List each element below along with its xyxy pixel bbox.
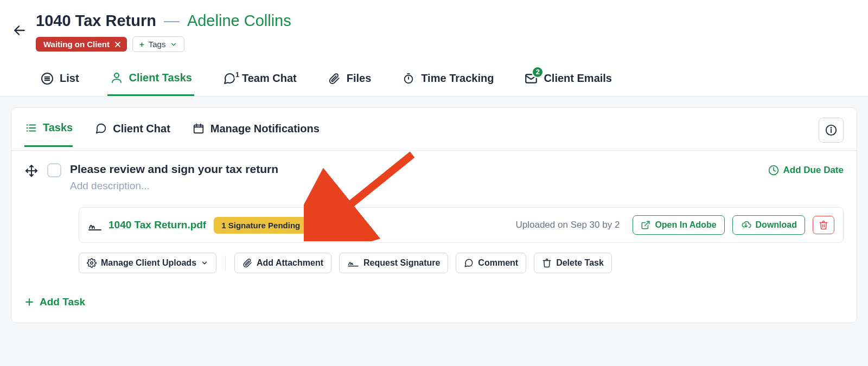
plus-icon <box>24 297 34 307</box>
add-due-date-button[interactable]: Add Due Date <box>768 165 844 176</box>
subtab-tasks[interactable]: Tasks <box>24 121 73 147</box>
main-tabs: List Client Tasks 1 Team Chat Files <box>36 67 857 96</box>
request-signature-button[interactable]: Request Signature <box>339 253 448 273</box>
comment-button[interactable]: Comment <box>456 253 526 273</box>
subtab-manage-notifications[interactable]: Manage Notifications <box>192 121 320 147</box>
delete-attachment-button[interactable] <box>813 216 834 234</box>
tab-files[interactable]: Files <box>325 68 374 95</box>
external-link-icon <box>641 220 650 230</box>
calendar-icon <box>193 123 205 134</box>
status-chip[interactable]: Waiting on Client <box>36 37 127 52</box>
clock-icon <box>768 165 779 176</box>
tab-client-tasks[interactable]: Client Tasks <box>107 67 194 96</box>
task-actions: Manage Client Uploads Add Attachment Req… <box>79 253 844 273</box>
delete-task-button[interactable]: Delete Task <box>534 253 612 273</box>
page-title: 1040 Tax Return <box>36 12 156 30</box>
tab-client-emails[interactable]: 2 Client Emails <box>522 68 614 95</box>
manage-client-uploads-button[interactable]: Manage Client Uploads <box>79 253 216 273</box>
chat-bubble-icon <box>95 123 107 134</box>
subtab-client-chat[interactable]: Client Chat <box>94 121 170 147</box>
chevron-down-icon <box>170 41 177 48</box>
divider <box>225 255 226 271</box>
list-icon <box>41 72 54 85</box>
svg-point-7 <box>114 73 119 78</box>
download-button[interactable]: Download <box>732 215 805 235</box>
arrow-left-icon <box>12 23 27 37</box>
uploaded-text: Uploaded on Sep 30 by 2 <box>516 220 620 230</box>
person-icon <box>110 71 123 84</box>
remove-status-button[interactable] <box>114 41 122 48</box>
info-button[interactable] <box>819 118 844 143</box>
task-list-icon <box>25 122 37 134</box>
signature-icon <box>88 219 102 231</box>
attachment-row: 1040 Tax Return.pdf 1 Signature Pending … <box>79 207 844 243</box>
comment-icon <box>464 258 474 268</box>
add-attachment-button[interactable]: Add Attachment <box>234 253 331 273</box>
tab-list[interactable]: List <box>38 68 81 95</box>
content-area: Tasks Client Chat Manage Notifications <box>0 97 868 334</box>
title-separator: — <box>164 12 180 30</box>
attachment-filename[interactable]: 1040 Tax Return.pdf <box>108 219 206 231</box>
tab-time-tracking[interactable]: Time Tracking <box>399 68 496 95</box>
paperclip-icon <box>328 73 340 85</box>
plus-icon: + <box>139 40 144 49</box>
gear-icon <box>87 258 97 268</box>
client-name-link[interactable]: Adeline Collins <box>187 12 291 30</box>
svg-line-29 <box>645 221 649 226</box>
svg-point-33 <box>91 262 93 265</box>
paperclip-icon <box>242 258 252 268</box>
drag-handle[interactable] <box>24 164 39 178</box>
move-icon <box>25 164 38 177</box>
add-task-button[interactable]: Add Task <box>24 296 85 308</box>
tags-button[interactable]: + Tags <box>132 36 184 52</box>
client-emails-badge: 2 <box>532 66 544 78</box>
status-chip-label: Waiting on Client <box>43 40 110 49</box>
tab-team-chat[interactable]: 1 Team Chat <box>220 68 299 95</box>
task-title[interactable]: Please review and sign your tax return <box>70 163 760 176</box>
tasks-card: Tasks Client Chat Manage Notifications <box>11 107 857 323</box>
back-button[interactable] <box>11 22 28 39</box>
cloud-download-icon <box>741 220 751 230</box>
chevron-down-icon <box>201 259 208 267</box>
open-in-adobe-button[interactable]: Open In Adobe <box>633 215 724 235</box>
task-checkbox[interactable] <box>47 163 61 177</box>
tags-label: Tags <box>149 40 166 49</box>
team-chat-count: 1 <box>234 70 240 79</box>
info-icon <box>825 124 837 136</box>
trash-icon <box>819 220 828 230</box>
svg-rect-18 <box>194 125 203 133</box>
task-item: Please review and sign your tax return A… <box>11 151 857 286</box>
stopwatch-icon <box>403 73 414 85</box>
signature-icon <box>347 258 359 268</box>
signature-pending-badge: 1 Signature Pending <box>214 217 308 234</box>
page-header: 1040 Tax Return — Adeline Collins Waitin… <box>0 0 868 97</box>
close-icon <box>114 41 122 48</box>
trash-icon <box>542 258 552 268</box>
task-description-input[interactable]: Add description... <box>70 180 760 192</box>
svg-point-24 <box>831 127 832 128</box>
